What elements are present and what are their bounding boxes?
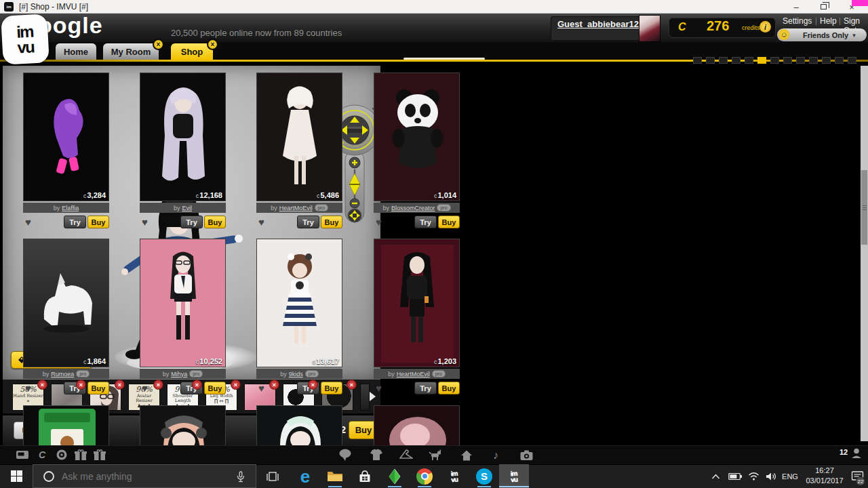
product-image[interactable]: c10,252 xyxy=(140,239,226,367)
user-avatar-thumbnail[interactable] xyxy=(639,15,660,42)
page-square[interactable] xyxy=(822,57,831,64)
search-input[interactable] xyxy=(62,471,211,482)
buy-button[interactable]: Buy xyxy=(438,382,460,394)
page-square[interactable] xyxy=(706,57,715,64)
product-image[interactable] xyxy=(23,405,109,445)
tray-show-hidden[interactable] xyxy=(705,464,726,488)
page-square[interactable] xyxy=(809,57,818,64)
taskbar-chrome[interactable] xyxy=(410,464,439,488)
credits-icon[interactable]: C xyxy=(35,448,50,462)
try-button[interactable]: Try xyxy=(297,216,319,228)
restore-button[interactable] xyxy=(811,0,835,14)
grid-scrollbar[interactable] xyxy=(861,66,868,441)
shirt-icon[interactable] xyxy=(369,448,384,462)
product-image[interactable]: c12,168 xyxy=(140,73,226,201)
taskbar-imvu-active[interactable]: imvu xyxy=(499,464,529,488)
scrollbar-thumb[interactable] xyxy=(861,170,867,245)
creator-link[interactable]: Rumoea xyxy=(51,371,74,378)
tab-shop[interactable]: Shop × xyxy=(171,43,213,60)
page-square[interactable] xyxy=(783,57,792,64)
buy-button[interactable]: Buy xyxy=(321,216,342,228)
wishlist-heart-icon[interactable]: ♥ xyxy=(142,216,148,228)
worn-item-thumbnail-partial[interactable] xyxy=(360,384,370,411)
try-button[interactable]: Try xyxy=(180,216,203,228)
settings-link[interactable]: Settings xyxy=(783,16,812,26)
panel-icon[interactable] xyxy=(15,448,30,462)
buy-button[interactable]: Buy xyxy=(87,216,109,228)
wishlist-heart-icon[interactable]: ♥ xyxy=(376,216,382,228)
credits-info-icon[interactable]: i xyxy=(760,21,771,33)
page-square[interactable] xyxy=(745,57,753,64)
creator-link[interactable]: Elaffia xyxy=(62,205,79,211)
imvu-logo[interactable]: im vu xyxy=(1,14,50,64)
page-square[interactable] xyxy=(770,57,779,64)
product-image[interactable] xyxy=(256,405,342,445)
buy-button[interactable]: Buy xyxy=(204,216,226,228)
tray-volume[interactable] xyxy=(762,464,780,488)
wishlist-heart-icon[interactable]: ♥ xyxy=(258,382,264,394)
help-link[interactable]: Help xyxy=(820,16,837,26)
username-link[interactable]: Guest_abbiebear123 xyxy=(557,19,644,29)
product-image[interactable] xyxy=(140,405,226,445)
tab-close-icon[interactable]: × xyxy=(153,39,164,50)
creator-link[interactable]: Evil xyxy=(182,205,193,211)
remove-item-icon[interactable]: × xyxy=(115,380,125,390)
task-view-button[interactable] xyxy=(258,464,288,488)
page-square[interactable] xyxy=(719,57,728,64)
creator-link[interactable]: HeartMoEvil xyxy=(279,205,313,211)
tray-language[interactable]: ENG xyxy=(778,464,802,488)
remove-item-icon[interactable]: × xyxy=(347,380,357,390)
taskbar-file-explorer[interactable] xyxy=(320,464,350,488)
taskbar-store[interactable] xyxy=(350,464,380,488)
page-square[interactable] xyxy=(693,57,702,64)
taskbar-imvu[interactable]: imvu xyxy=(439,464,469,488)
wishlist-heart-icon[interactable]: ♥ xyxy=(376,382,382,394)
page-square[interactable] xyxy=(796,57,805,64)
remove-item-icon[interactable]: × xyxy=(231,380,241,390)
camera-icon[interactable] xyxy=(519,448,534,462)
gift-icon[interactable] xyxy=(92,448,107,462)
music-icon[interactable]: ♪ xyxy=(490,448,505,462)
availability-dropdown[interactable]: ☺ Friends Only ▾ xyxy=(777,28,867,41)
product-image[interactable]: c3,284 xyxy=(23,73,109,201)
creator-link[interactable]: Mihya xyxy=(171,371,187,378)
chat-bubble-icon[interactable] xyxy=(338,448,353,462)
pet-icon[interactable] xyxy=(429,448,443,462)
remove-item-icon[interactable]: × xyxy=(269,380,279,390)
home-icon[interactable] xyxy=(459,448,474,462)
product-image[interactable]: c1,203 xyxy=(374,239,460,367)
taskbar-skype[interactable]: S xyxy=(469,464,499,488)
minimize-button[interactable]: – xyxy=(784,0,808,14)
page-square[interactable] xyxy=(732,57,741,64)
buy-button[interactable]: Buy xyxy=(321,382,342,394)
microphone-icon[interactable] xyxy=(234,471,248,483)
product-image[interactable]: c13,617 xyxy=(256,239,342,367)
page-square[interactable] xyxy=(848,57,856,64)
buy-button[interactable]: Buy xyxy=(438,216,460,228)
cortana-search-box[interactable] xyxy=(33,464,256,488)
remove-item-icon[interactable]: × xyxy=(37,380,47,390)
tab-my-room[interactable]: My Room × xyxy=(103,43,159,60)
try-button[interactable]: Try xyxy=(414,216,437,228)
gift-icon[interactable] xyxy=(73,448,88,462)
wishlist-heart-icon[interactable]: ♥ xyxy=(142,382,148,394)
page-square-active[interactable] xyxy=(757,57,766,64)
creator-link[interactable]: HeartMoEvil xyxy=(397,371,430,378)
remove-item-icon[interactable]: × xyxy=(76,380,86,390)
taskbar-sims[interactable] xyxy=(380,464,410,488)
wishlist-heart-icon[interactable]: ♥ xyxy=(25,382,31,394)
start-button[interactable] xyxy=(0,464,33,488)
hanger-icon[interactable] xyxy=(399,448,414,462)
creator-link[interactable]: 9kids xyxy=(289,371,303,378)
wishlist-heart-icon[interactable]: ♥ xyxy=(258,216,264,228)
creator-link[interactable]: BlossomCreator xyxy=(391,205,435,211)
buy-button[interactable]: Buy xyxy=(204,382,226,394)
wishlist-heart-icon[interactable]: ♥ xyxy=(25,216,31,228)
try-button[interactable]: Try xyxy=(414,382,437,394)
tray-battery[interactable] xyxy=(726,464,745,488)
product-image[interactable]: c1,014 xyxy=(374,73,460,201)
remove-item-icon[interactable]: × xyxy=(192,380,202,390)
tab-home[interactable]: Home xyxy=(56,43,96,60)
badge-circle-icon[interactable] xyxy=(54,448,69,462)
tray-clock[interactable]: 16:27 03/01/2017 xyxy=(802,466,848,486)
